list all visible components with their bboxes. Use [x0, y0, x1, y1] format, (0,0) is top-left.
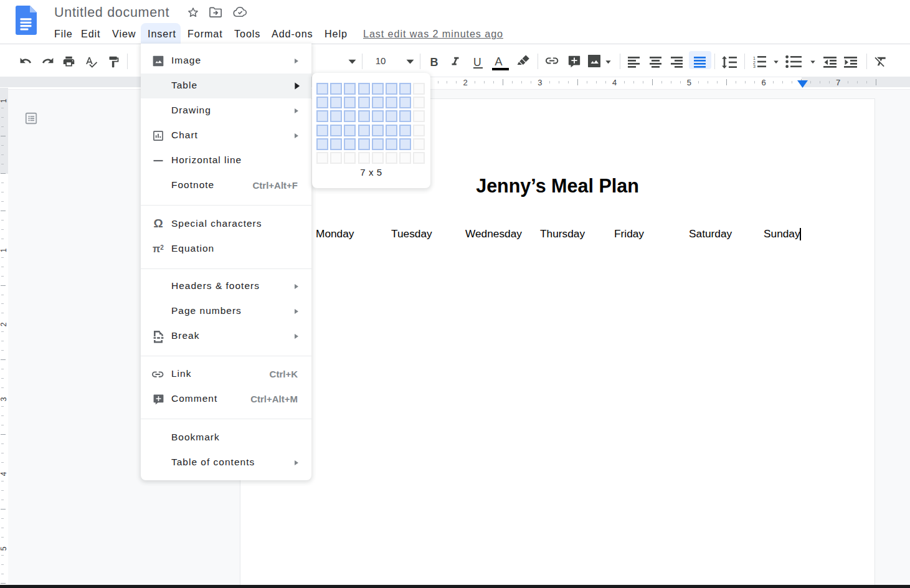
svg-text:1: 1 [753, 56, 756, 60]
svg-text:3: 3 [753, 64, 756, 68]
